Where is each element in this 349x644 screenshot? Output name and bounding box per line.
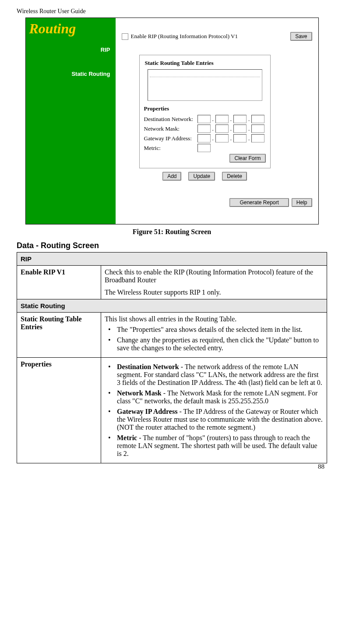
mask-octet-3[interactable] [233, 125, 247, 133]
dest-octet-4[interactable] [251, 115, 264, 123]
entries-row-desc: This list shows all entries in the Routi… [101, 313, 327, 358]
gw-octet-4[interactable] [251, 134, 264, 142]
props-row-label: Properties [21, 360, 52, 368]
page-number: 88 [318, 463, 324, 470]
generate-report-button[interactable]: Generate Report [229, 198, 289, 207]
clear-form-button[interactable]: Clear Form [229, 154, 265, 163]
gw-octet-2[interactable] [215, 134, 229, 142]
data-table: RIP Enable RIP V1 Check this to enable t… [17, 252, 327, 463]
help-button[interactable]: Help [292, 198, 312, 207]
routing-screenshot: Routing RIP Static Routing Enable RIP (R… [25, 18, 319, 224]
mask-octet-2[interactable] [215, 125, 229, 133]
rip-header: RIP [17, 253, 327, 266]
add-button[interactable]: Add [162, 172, 181, 181]
screen-title: Routing [29, 21, 112, 37]
dest-octet-2[interactable] [215, 115, 229, 123]
dest-octet-3[interactable] [233, 115, 247, 123]
page-header: Wireless Router User Guide [17, 8, 327, 15]
mask-label: Network Mask: [144, 125, 197, 132]
metric-input[interactable] [197, 144, 211, 152]
save-button[interactable]: Save [290, 32, 312, 41]
props-row-desc: Destination Network - The network addres… [101, 358, 327, 463]
properties-legend: Properties [144, 105, 266, 112]
figure-caption: Figure 51: Routing Screen [17, 228, 327, 236]
enable-rip-row-desc: Check this to enable the RIP (Routing In… [101, 266, 327, 299]
mask-octet-1[interactable] [197, 125, 211, 133]
sidebar-label-static: Static Routing [29, 71, 112, 77]
entries-legend: Static Routing Table Entries [144, 60, 215, 67]
dest-network-label: Destination Network: [144, 116, 197, 123]
static-header: Static Routing [17, 299, 327, 313]
static-routing-fieldset: Static Routing Table Entries Properties … [139, 55, 271, 168]
gw-octet-3[interactable] [233, 134, 247, 142]
section-heading: Data - Routing Screen [17, 241, 327, 250]
enable-rip-row-label: Enable RIP V1 [21, 268, 65, 276]
gw-label: Gateway IP Address: [144, 135, 197, 142]
main-panel: Enable RIP (Routing Information Protocol… [116, 18, 318, 224]
metric-label: Metric: [144, 145, 197, 152]
enable-rip-checkbox[interactable] [122, 33, 128, 40]
update-button[interactable]: Update [188, 172, 215, 181]
delete-button[interactable]: Delete [222, 172, 247, 181]
entries-row-label: Static Routing Table Entries [21, 315, 82, 331]
entries-listbox[interactable] [148, 69, 262, 101]
gw-octet-1[interactable] [197, 134, 211, 142]
mask-octet-4[interactable] [251, 125, 264, 133]
enable-rip-label: Enable RIP (Routing Information Protocol… [131, 33, 238, 40]
sidebar-panel: Routing RIP Static Routing [26, 18, 116, 224]
dest-octet-1[interactable] [197, 115, 211, 123]
sidebar-label-rip: RIP [29, 46, 112, 53]
